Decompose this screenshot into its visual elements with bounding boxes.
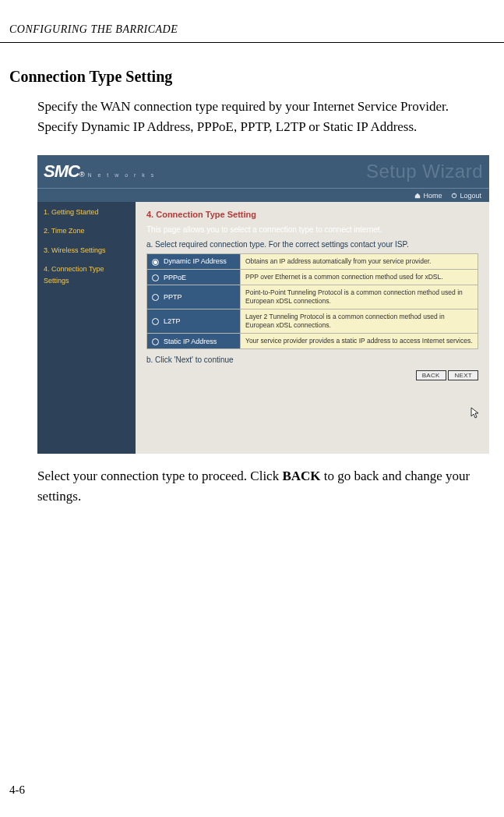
sidebar: 1. Getting Started 2. Time Zone 3. Wirel… [37, 202, 136, 454]
option-row-pppoe: PPPoE PPP over Ethernet is a common conn… [147, 270, 478, 285]
option-static-ip[interactable]: Static IP Address [147, 334, 241, 349]
logo-text: SMC [44, 161, 79, 182]
next-button[interactable]: NEXT [448, 370, 478, 380]
panel-instruction-1: This page allows you to select a connect… [146, 225, 478, 234]
radio-icon [152, 259, 159, 266]
logout-label: Logout [460, 192, 481, 200]
option-pptp[interactable]: PPTP [147, 285, 241, 309]
option-desc: PPP over Ethernet is a common connection… [241, 270, 478, 285]
logout-link[interactable]: Logout [451, 192, 481, 200]
intro-paragraph: Specify the WAN connection type required… [37, 97, 488, 136]
outro-text-bold: BACK [282, 469, 320, 483]
cursor-icon [471, 407, 480, 419]
option-l2tp[interactable]: L2TP [147, 309, 241, 334]
logo-subtext: N e t w o r k s [88, 172, 157, 178]
logo-registered: ® [79, 171, 85, 179]
option-desc: Point-to-Point Tunneling Protocol is a c… [241, 285, 478, 309]
page-content: Connection Type Setting Specify the WAN … [0, 68, 504, 506]
toolbar: Home Logout [37, 188, 489, 202]
option-dynamic-ip[interactable]: Dynamic IP Address [147, 254, 241, 270]
sidebar-item-getting-started[interactable]: 1. Getting Started [44, 207, 129, 218]
logout-icon [451, 193, 457, 199]
app-body: 1. Getting Started 2. Time Zone 3. Wirel… [37, 202, 489, 454]
option-desc: Layer 2 Tunneling Protocol is a common c… [241, 309, 478, 334]
option-row-l2tp: L2TP Layer 2 Tunneling Protocol is a com… [147, 309, 478, 334]
options-table: Dynamic IP Address Obtains an IP address… [146, 253, 478, 349]
radio-icon [152, 338, 159, 345]
option-row-dynamic: Dynamic IP Address Obtains an IP address… [147, 254, 478, 270]
wizard-title: Setup Wizard [366, 161, 483, 182]
svg-rect-1 [454, 193, 455, 195]
panel-instruction-2: a. Select required connection type. For … [146, 240, 478, 249]
sidebar-item-wireless[interactable]: 3. Wireless Settings [44, 245, 129, 256]
option-label: PPPoE [164, 274, 186, 281]
radio-icon [152, 274, 159, 281]
page-number: 4-6 [9, 783, 25, 797]
option-label: PPTP [164, 293, 182, 301]
sidebar-item-connection-type[interactable]: 4. Connection Type Settings [44, 263, 129, 286]
option-label: L2TP [164, 317, 181, 325]
spacer [146, 380, 478, 443]
main-panel: 4. Connection Type Setting This page all… [136, 202, 489, 454]
radio-icon [152, 294, 159, 301]
option-row-pptp: PPTP Point-to-Point Tunneling Protocol i… [147, 285, 478, 309]
outro-text-pre: Select your connection type to proceed. … [37, 469, 282, 483]
home-link[interactable]: Home [414, 192, 442, 200]
app-header: SMC® N e t w o r k s Setup Wizard [37, 155, 489, 188]
embedded-screenshot: SMC® N e t w o r k s Setup Wizard Home L… [37, 155, 489, 454]
home-label: Home [423, 192, 442, 200]
panel-instruction-3: b. Click 'Next' to continue [146, 355, 478, 364]
option-row-static: Static IP Address Your service provider … [147, 334, 478, 349]
sidebar-item-time-zone[interactable]: 2. Time Zone [44, 225, 129, 236]
panel-title: 4. Connection Type Setting [146, 210, 478, 219]
button-row: BACK NEXT [146, 370, 478, 380]
option-desc: Obtains an IP address automatically from… [241, 254, 478, 270]
section-title: Connection Type Setting [9, 68, 488, 86]
home-icon [414, 193, 421, 199]
option-desc: Your service provider provides a static … [241, 334, 478, 349]
option-label: Dynamic IP Address [164, 257, 227, 265]
option-pppoe[interactable]: PPPoE [147, 270, 241, 285]
logo: SMC® N e t w o r k s [44, 161, 156, 182]
running-header: CONFIGURING THE BARRICADE [0, 23, 504, 43]
back-button[interactable]: BACK [416, 370, 446, 380]
option-label: Static IP Address [164, 338, 217, 345]
radio-icon [152, 318, 159, 325]
outro-paragraph: Select your connection type to proceed. … [37, 466, 488, 506]
